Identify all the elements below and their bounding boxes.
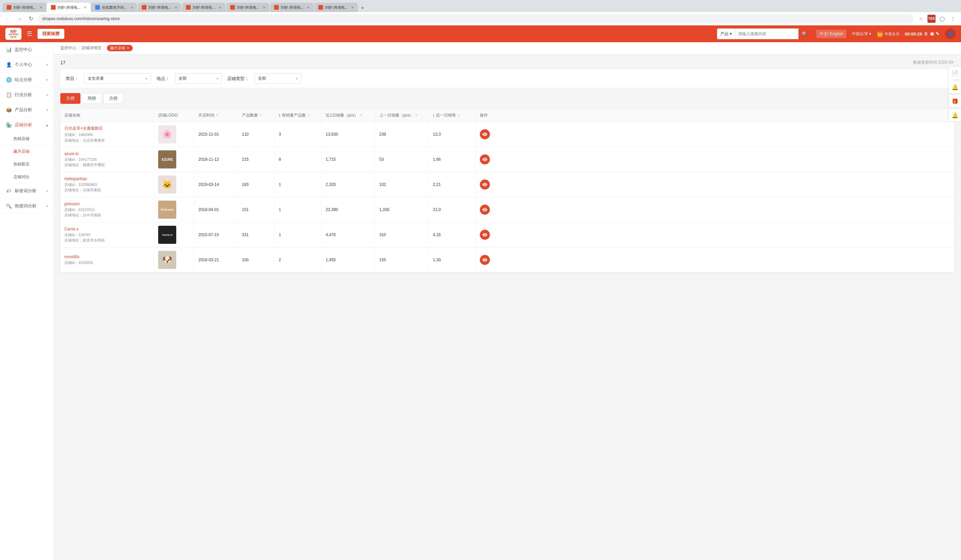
view-button-5[interactable]: [480, 230, 490, 240]
browser-tab-6[interactable]: 刘虾-跨境电... ✕: [226, 3, 270, 12]
view-button-3[interactable]: [480, 180, 490, 189]
breadcrumb-tag-close[interactable]: ✕: [126, 46, 129, 50]
search-button[interactable]: 🔍: [799, 29, 811, 39]
more-icon[interactable]: ⋮: [949, 15, 957, 23]
search-bar[interactable]: 产品 ▾ 🔍: [717, 29, 811, 39]
td-daily-sales-1: 13,630: [322, 122, 375, 147]
logo-text: 知虾 SHOPEE DATA: [5, 29, 21, 38]
browser-tab-2[interactable]: 刘虾-跨境电... ✕: [47, 3, 90, 12]
rs-alert-icon[interactable]: 🔔: [949, 109, 961, 121]
sales-product-info-icon[interactable]: ℹ: [279, 113, 280, 118]
language-switcher[interactable]: 中文/ English: [816, 30, 846, 38]
user-avatar[interactable]: 👤: [945, 29, 956, 39]
sidebar-sub-new-store[interactable]: 热销新店: [0, 158, 53, 171]
td-open-date-2: 2018-11-12: [194, 147, 238, 172]
tab-close-8[interactable]: ✕: [351, 6, 354, 10]
sidebar-item-industry[interactable]: 📋 行业分析 ▾: [0, 87, 53, 103]
category-select[interactable]: 女生衣著 ▾: [84, 73, 151, 84]
breadcrumb-store-detail[interactable]: 店铺详情页: [82, 45, 101, 51]
forward-button[interactable]: →: [15, 15, 24, 23]
sidebar-sub-compare-store[interactable]: 店铺对比: [0, 171, 53, 183]
sort-prev-daily[interactable]: ⇅: [415, 114, 418, 117]
tab-close-1[interactable]: ✕: [40, 6, 42, 10]
sidebar-item-site[interactable]: 🌐 站点分析 ▾: [0, 72, 53, 87]
view-button-2[interactable]: [480, 154, 490, 164]
sidebar-item-search[interactable]: 🔍 热搜词分析 ▾: [0, 199, 53, 214]
browser-tab-7[interactable]: 刘虾-跨境电... ✕: [270, 3, 313, 12]
star-icon[interactable]: ☆: [917, 15, 925, 23]
rs-bell-icon[interactable]: 🔔: [949, 81, 961, 93]
sidebar-sub-rising-store[interactable]: 飙升店铺: [0, 145, 53, 158]
search-input[interactable]: [736, 29, 799, 38]
sort-product-count[interactable]: ⇅: [259, 114, 262, 117]
sidebar-item-monitor[interactable]: 📊 监控中心: [0, 42, 53, 57]
shop-id-3: 店铺Id：133386863: [64, 182, 101, 188]
sort-open-date[interactable]: ⇅: [216, 114, 219, 117]
back-button[interactable]: ←: [4, 15, 12, 23]
sidebar-sub-hot-store[interactable]: 热销店铺: [0, 133, 53, 145]
search-category-dropdown[interactable]: 产品 ▾: [717, 29, 736, 39]
tab-close-5[interactable]: ✕: [219, 6, 222, 10]
sidebar-item-store[interactable]: 🏪 店铺分析 ▴: [0, 117, 53, 133]
menu-button[interactable]: ☰: [27, 30, 32, 37]
tab-label-2: 刘虾-跨境电...: [58, 5, 80, 10]
shop-name-link-5[interactable]: Carrie.s: [64, 227, 79, 231]
search-arrow: ▾: [46, 204, 48, 208]
shop-name-link-1[interactable]: 日光皮革+全廉服飾店: [64, 126, 103, 131]
browser-tab-3[interactable]: 在线繁体字转... ✕: [91, 3, 137, 12]
tab-label-4: 刘虾-跨境电...: [148, 5, 171, 10]
shop-name-link-4[interactable]: piniroom: [64, 202, 80, 206]
td-open-date-1: 2015-11-01: [194, 122, 238, 147]
breadcrumb-monitor[interactable]: 监控中心: [60, 45, 76, 51]
location-label: 地点：: [156, 76, 170, 82]
store-type-select[interactable]: 全部 ▾: [254, 73, 301, 84]
browser-tab-5[interactable]: 刘虾-跨境电... ✕: [182, 3, 225, 12]
timer-edit-button[interactable]: ✎: [935, 31, 940, 37]
yab-icon[interactable]: YAB: [927, 15, 935, 23]
browser-tab-1[interactable]: 刘虾-跨境电... ✕: [3, 3, 46, 12]
sidebar-item-personal[interactable]: 👤 个人中心 ▾: [0, 57, 53, 72]
recent-sales-1: 13,3: [433, 132, 440, 136]
tab-weekly[interactable]: 周榜: [82, 93, 102, 104]
sort-daily-sales[interactable]: ⇅: [360, 114, 362, 117]
url-bar[interactable]: shopee.mobduos.com/#/store/soaring-store: [38, 14, 913, 24]
sort-sales-product[interactable]: ⇅: [307, 114, 310, 117]
product-icon: 📦: [5, 106, 12, 113]
sidebar-item-product[interactable]: 📦 产品分析 ▾: [0, 103, 53, 117]
tab-close-7[interactable]: ✕: [307, 6, 310, 10]
new-tab-button[interactable]: +: [358, 4, 366, 12]
browser-tab-4[interactable]: 刘虾-跨境电... ✕: [138, 3, 181, 12]
shop-name-link-6[interactable]: mmv88v: [64, 255, 79, 259]
sidebar-sub-label-compare: 店铺对比: [13, 175, 29, 179]
location-select[interactable]: 全部 ▾: [175, 73, 222, 84]
refresh-button[interactable]: ↻: [27, 15, 35, 23]
timer-pause-button[interactable]: ⏸: [924, 31, 928, 37]
tab-close-4[interactable]: ✕: [175, 6, 177, 10]
sort-recent-sales[interactable]: ⇅: [457, 114, 460, 117]
tab-daily[interactable]: 天榜: [60, 93, 80, 104]
shop-id-6: 店铺Id：4162655: [64, 260, 93, 266]
shop-name-link-2[interactable]: azure.kr: [64, 151, 79, 156]
region-selector[interactable]: 中国台湾 ▾: [852, 31, 871, 37]
shop-name-link-3[interactable]: Hellopanhan: [64, 177, 87, 181]
breadcrumb-rising-tag[interactable]: 飙升店铺 ✕: [107, 45, 133, 51]
category-arrow: ▾: [146, 77, 148, 80]
rs-gift-icon[interactable]: 🎁: [949, 95, 961, 107]
view-button-6[interactable]: [480, 255, 490, 265]
upgrade-button[interactable]: 我要续费: [37, 29, 64, 39]
td-daily-sales-4: 22,390: [322, 197, 375, 222]
tab-close-2[interactable]: ✕: [84, 6, 87, 10]
rs-document-icon[interactable]: 📄: [949, 67, 961, 79]
tab-close-3[interactable]: ✕: [130, 6, 133, 10]
view-button-1[interactable]: [480, 129, 490, 139]
timer-stop-button[interactable]: ⏹: [929, 31, 934, 37]
tab-monthly[interactable]: 月榜: [103, 93, 123, 104]
account-icon[interactable]: ◯: [938, 15, 946, 23]
store-type-value: 全部: [258, 76, 266, 81]
recent-sales-info-icon[interactable]: ℹ: [433, 113, 435, 118]
sidebar-item-tags[interactable]: 🏷 标签词分析 ▾: [0, 183, 53, 199]
browser-tab-8[interactable]: 刘虾-跨境电... ✕: [314, 3, 358, 12]
tab-close-6[interactable]: ✕: [263, 6, 265, 10]
shop-address-1: 店铺地址：台北市萬華區: [64, 138, 105, 143]
view-button-4[interactable]: [480, 205, 490, 215]
